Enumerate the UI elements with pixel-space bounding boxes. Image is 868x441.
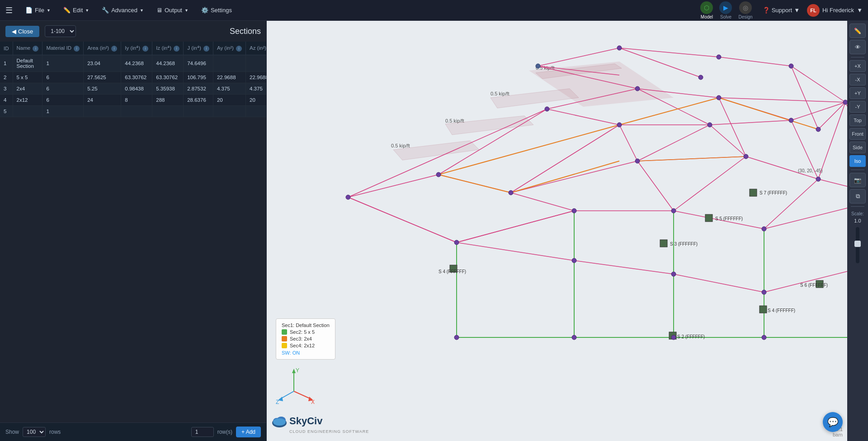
nav-edit[interactable]: ✏️ Edit ▼ xyxy=(58,4,94,16)
chat-icon: 💬 xyxy=(827,417,839,427)
table-cell[interactable] xyxy=(152,106,184,117)
table-cell[interactable]: 8 xyxy=(121,95,152,106)
table-cell[interactable]: 6 xyxy=(42,83,84,95)
table-cell[interactable]: 28.6376 xyxy=(184,95,213,106)
add-button[interactable]: + Add xyxy=(236,427,261,437)
name-info-icon[interactable]: i xyxy=(33,46,38,52)
table-cell[interactable]: 24 xyxy=(84,95,121,106)
table-row[interactable]: 42x12624828828.63762020 xyxy=(0,95,266,106)
table-cell[interactable]: 0.98438 xyxy=(121,83,152,95)
table-cell[interactable]: 74.6496 xyxy=(184,55,213,72)
plus-y-button[interactable]: +Y xyxy=(849,87,866,99)
minus-x-button[interactable]: -X xyxy=(849,74,866,85)
table-cell[interactable]: 4.375 xyxy=(246,83,267,95)
table-cell[interactable] xyxy=(13,106,42,117)
table-cell[interactable]: 1 xyxy=(42,55,84,72)
iz-info-icon[interactable]: i xyxy=(174,46,179,52)
table-cell[interactable]: 5.35938 xyxy=(152,83,184,95)
side-button[interactable]: Side xyxy=(849,142,866,153)
rows-per-page-select[interactable]: 100 xyxy=(23,427,46,437)
table-cell[interactable]: 2 xyxy=(0,72,13,83)
edit-tool-button[interactable]: ✏️ xyxy=(849,24,866,38)
svg-point-126 xyxy=(762,335,766,340)
table-cell[interactable]: 44.2368 xyxy=(152,55,184,72)
scale-value: 1.0 xyxy=(854,218,861,223)
table-cell[interactable]: 6 xyxy=(42,95,84,106)
table-cell[interactable]: 63.30762 xyxy=(152,72,184,83)
iy-info-icon[interactable]: i xyxy=(142,46,148,52)
mode-model[interactable]: ⬡ Model xyxy=(698,0,716,20)
legend-item-1: Sec1: Default Section xyxy=(282,322,330,328)
row-number-input[interactable] xyxy=(191,427,214,437)
screenshot-button[interactable]: 📷 xyxy=(849,173,866,187)
svg-text:S 5 (FFFFFF): S 5 (FFFFFF) xyxy=(715,216,743,221)
col-j: J (in⁴) i xyxy=(184,42,213,55)
table-cell[interactable] xyxy=(213,55,245,72)
table-cell[interactable]: 22.9688 xyxy=(213,72,245,83)
table-cell[interactable]: 2.87532 xyxy=(184,83,213,95)
table-cell[interactable]: 288 xyxy=(152,95,184,106)
table-row[interactable]: 51 xyxy=(0,106,266,117)
plus-x-button[interactable]: +X xyxy=(849,60,866,72)
scale-handle[interactable] xyxy=(854,241,861,247)
material-info-icon[interactable]: i xyxy=(74,46,80,52)
table-cell[interactable] xyxy=(246,55,267,72)
table-cell[interactable]: 23.04 xyxy=(84,55,121,72)
nav-output[interactable]: 🖥 Output ▼ xyxy=(151,4,194,16)
table-cell[interactable]: 4 xyxy=(0,95,13,106)
nav-file[interactable]: 📄 File ▼ xyxy=(20,4,56,16)
table-cell[interactable]: 27.5625 xyxy=(84,72,121,83)
nav-advanced[interactable]: 🔧 Advanced ▼ xyxy=(96,4,149,16)
scale-slider[interactable] xyxy=(856,227,859,263)
support-button[interactable]: ❓ Support ▼ xyxy=(763,7,800,14)
range-select[interactable]: 1-100 xyxy=(45,25,76,37)
mode-solve[interactable]: ▶ Solve xyxy=(717,0,735,20)
mode-design[interactable]: ◎ Design xyxy=(736,0,755,20)
project-text: barn xyxy=(829,432,843,437)
table-row[interactable]: 32x465.250.984385.359382.875324.3754.375 xyxy=(0,83,266,95)
table-cell[interactable]: 20 xyxy=(213,95,245,106)
3d-canvas[interactable]: 0.5 kip/ft 0.5 kip/ft 0.5 kip/ft 0.5 kip… xyxy=(267,21,868,441)
iso-button[interactable]: Iso xyxy=(849,155,866,167)
table-cell[interactable]: 106.795 xyxy=(184,72,213,83)
table-cell[interactable] xyxy=(213,106,245,117)
view-tool-button[interactable]: 👁 xyxy=(849,40,866,54)
front-button[interactable]: Front xyxy=(849,128,866,140)
top-button[interactable]: Top xyxy=(849,114,866,126)
table-row[interactable]: 1Default Section123.0444.236844.236874.6… xyxy=(0,55,266,72)
expand-button[interactable]: ⧉ xyxy=(849,189,866,204)
table-cell[interactable] xyxy=(84,106,121,117)
table-cell[interactable]: 2x4 xyxy=(13,83,42,95)
area-info-icon[interactable]: i xyxy=(111,46,117,52)
nav-settings[interactable]: ⚙️ Settings xyxy=(196,4,237,16)
table-cell[interactable]: 63.30762 xyxy=(121,72,152,83)
table-cell[interactable] xyxy=(121,106,152,117)
table-cell[interactable]: 5 x 5 xyxy=(13,72,42,83)
j-info-icon[interactable]: i xyxy=(203,46,209,52)
table-cell[interactable]: 5 xyxy=(0,106,13,117)
table-cell[interactable]: 1 xyxy=(42,106,84,117)
table-cell[interactable]: 20 xyxy=(246,95,267,106)
table-cell[interactable]: 4.375 xyxy=(213,83,245,95)
chat-button[interactable]: 💬 xyxy=(823,412,843,432)
menu-icon[interactable]: ☰ xyxy=(5,5,13,15)
ay-info-icon[interactable]: i xyxy=(236,46,242,52)
table-cell[interactable]: 22.9688 xyxy=(246,72,267,83)
close-button[interactable]: ◀ Close xyxy=(5,26,39,37)
user-button[interactable]: FL Hi Frederick ▼ xyxy=(807,4,863,17)
canvas-panel[interactable]: 0.5 kip/ft 0.5 kip/ft 0.5 kip/ft 0.5 kip… xyxy=(267,21,868,441)
table-cell[interactable]: 3 xyxy=(0,83,13,95)
table-cell[interactable]: 2x12 xyxy=(13,95,42,106)
table-cell[interactable]: 5.25 xyxy=(84,83,121,95)
table-cell[interactable]: 44.2368 xyxy=(121,55,152,72)
table-row[interactable]: 25 x 5627.562563.3076263.30762106.79522.… xyxy=(0,72,266,83)
axis-svg: Y X Z xyxy=(276,364,316,405)
table-cell[interactable]: 1 xyxy=(0,55,13,72)
table-wrapper[interactable]: ID Name i Material ID i Area (in²) i Iy … xyxy=(0,42,266,422)
table-cell[interactable]: Default Section xyxy=(13,55,42,72)
table-cell[interactable] xyxy=(246,106,267,117)
svg-point-116 xyxy=(671,209,676,213)
minus-y-button[interactable]: -Y xyxy=(849,101,866,113)
table-cell[interactable] xyxy=(184,106,213,117)
table-cell[interactable]: 6 xyxy=(42,72,84,83)
